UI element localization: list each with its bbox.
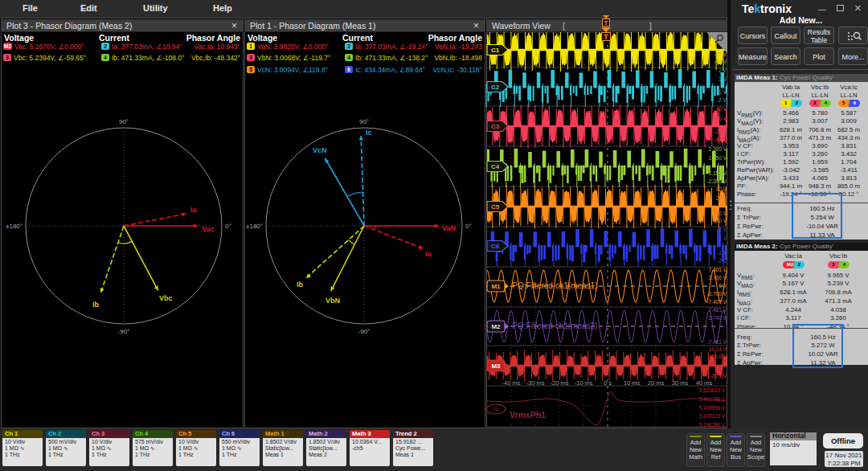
svg-text:5.439959 V: 5.439959 V [699,405,726,411]
svg-text:-20 V: -20 V [714,51,727,57]
svg-text:-10 ms: -10 ms [575,379,593,387]
svg-text:40 V: 40 V [716,186,727,192]
svg-text:Vac: Vac [202,225,215,233]
svg-text:M2: M2 [491,323,501,330]
svg-text:5.401796 V: 5.401796 V [699,396,726,402]
svg-text:Ib: Ib [297,281,304,289]
svg-text:10.14 V: 10.14 V [709,346,727,352]
svg-text:1 V: 1 V [719,236,727,241]
svg-text:±180°: ±180° [246,223,263,230]
svg-text:Ic: Ic [366,129,372,137]
svg-text:-90°: -90° [118,328,130,335]
svg-text:-20.1 V: -20.1 V [710,373,727,379]
svg-text:-PQ:Filtered ch1(meas2): -PQ:Filtered ch1(meas2) [510,322,597,330]
svg-text:30 ms: 30 ms [672,379,689,387]
svg-text:Ia: Ia [190,206,198,214]
svg-text:-40 ms: -40 ms [502,379,521,387]
svg-text:10 ms: 10 ms [624,379,641,387]
svg-text:-2 V: -2 V [717,97,727,103]
svg-text:VrmsPh1: VrmsPh1 [510,410,546,420]
svg-text:1,150 V: 1,150 V [709,155,727,161]
svg-text:-PQ:Filtered ch1(meas1): -PQ:Filtered ch1(meas1) [510,281,597,290]
svg-text:-7.481 V: -7.481 V [706,339,727,345]
svg-text:20.0 V: 20.0 V [711,354,727,359]
svg-text:-90°: -90° [358,328,371,335]
svg-text:Ia: Ia [425,250,432,258]
svg-text:-1 V: -1 V [717,250,727,256]
svg-text:C2: C2 [491,84,500,91]
svg-text:-20 ms: -20 ms [551,379,569,387]
svg-text:Vbc: Vbc [159,294,173,302]
svg-text:C4: C4 [491,163,500,170]
svg-text:C3: C3 [491,123,500,130]
svg-text:7.481 V: 7.481 V [709,307,727,313]
svg-text:VcN: VcN [313,146,327,154]
svg-text:Ib: Ib [92,301,100,309]
svg-text:2 V: 2 V [719,227,727,232]
svg-text:-2 V: -2 V [717,258,727,264]
svg-text:90°: 90° [359,118,369,125]
svg-text:20 V: 20 V [716,195,727,201]
svg-text:-7.401 V: -7.401 V [706,299,727,305]
svg-text:0°: 0° [465,223,472,230]
svg-text:20 V: 20 V [716,116,727,121]
svg-text:±180°: ±180° [6,223,23,230]
svg-text:2,300 V: 2,300 V [709,146,727,152]
svg-text:3.740 V: 3.740 V [709,315,727,321]
svg-text:0 s: 0 s [604,379,612,387]
svg-text:-2,300 V: -2,300 V [706,178,727,184]
svg-text:1 V: 1 V [719,76,727,82]
svg-text:90°: 90° [119,118,129,125]
svg-text:20 ms: 20 ms [648,379,665,387]
svg-text:-40 V: -40 V [714,59,727,64]
svg-text:5.428123 V: 5.428123 V [699,413,726,419]
svg-text:40 V: 40 V [716,106,727,112]
svg-text:40 ms: 40 ms [696,379,713,387]
svg-text:M3: M3 [491,362,501,370]
svg-text:VaN: VaN [442,224,456,232]
svg-text:3.700 V: 3.700 V [709,275,727,281]
svg-text:-1,150 V: -1,150 V [706,170,727,176]
svg-text:5.296286 V: 5.296286 V [699,422,726,428]
svg-text:C6: C6 [491,243,500,250]
svg-text:5.523633 V: 5.523633 V [699,387,726,393]
svg-text:-30 ms: -30 ms [526,379,545,387]
svg-text:0°: 0° [225,223,231,230]
svg-text:2 V: 2 V [719,68,727,73]
svg-text:-1 V: -1 V [717,89,727,95]
svg-text:C5: C5 [491,203,500,211]
svg-text:-3.700 V: -3.700 V [706,291,727,297]
svg-text:0 V: 0 V [719,283,727,289]
svg-text:T1: T1 [493,407,499,412]
svg-text:-20 V: -20 V [714,129,727,134]
svg-text:C1: C1 [491,47,500,54]
svg-text:-40 V: -40 V [714,218,727,223]
svg-text:-40 V: -40 V [714,137,727,142]
svg-text:M1: M1 [491,283,501,290]
svg-text:-20 V: -20 V [714,211,727,216]
svg-text:VbN: VbN [326,297,340,305]
svg-text:7.401 V: 7.401 V [709,267,727,272]
